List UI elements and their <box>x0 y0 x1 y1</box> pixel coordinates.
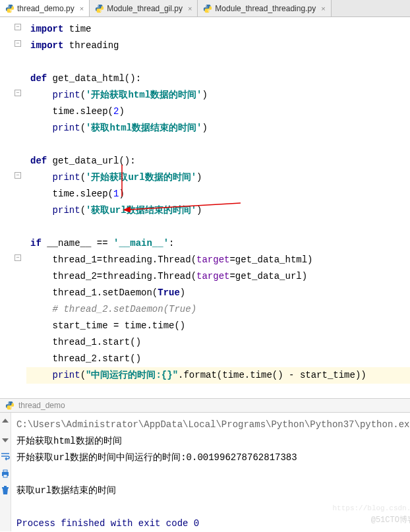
console-line <box>16 466 410 483</box>
code-line[interactable]: print('获取html数据结束的时间') <box>26 120 410 136</box>
scroll-up-icon[interactable] <box>0 417 11 427</box>
tab-thread-demo[interactable]: thread_demo.py × <box>0 0 90 16</box>
console-line: C:\Users\Administrator\AppData\Local\Pro… <box>16 417 410 433</box>
code-line[interactable]: print('获取url数据结束的时间') <box>26 202 410 219</box>
close-icon[interactable]: × <box>321 5 325 13</box>
soft-wrap-icon[interactable] <box>0 451 11 461</box>
svg-point-4 <box>206 5 207 6</box>
code-line[interactable]: start_time = time.time() <box>26 318 410 334</box>
tab-module-threading[interactable]: Module_thread_threading.py × <box>198 0 331 16</box>
svg-point-3 <box>100 11 101 11</box>
python-file-icon <box>5 4 15 13</box>
code-line[interactable]: thread_1.setDaemon(True) <box>26 285 410 301</box>
console-line: 开始获取html数据的时间 <box>16 433 410 450</box>
code-line[interactable]: import time <box>26 21 410 38</box>
console-line: Process finished with exit code 0 <box>16 516 410 532</box>
code-line[interactable]: import threading <box>26 38 410 54</box>
code-line[interactable]: thread_2=threading.Thread(target=get_dat… <box>26 268 410 285</box>
svg-point-1 <box>11 11 11 11</box>
code-line[interactable]: print("中间运行的时间:{}".format(time.time() - … <box>26 367 410 384</box>
svg-rect-12 <box>3 475 7 477</box>
code-line[interactable]: thread_1=threading.Thread(target=get_dat… <box>26 252 410 268</box>
tab-module-gil[interactable]: Module_thread_gil.py × <box>90 0 198 16</box>
tab-label: thread_demo.py <box>17 4 74 13</box>
tab-label: Module_thread_threading.py <box>215 4 316 13</box>
console-line <box>16 499 410 516</box>
code-editor[interactable]: − − − − − import time import threading d… <box>0 17 410 398</box>
run-tool-window: C:\Users\Administrator\AppData\Local\Pro… <box>0 413 410 531</box>
svg-point-0 <box>9 5 9 6</box>
breadcrumb-label: thread_demo <box>18 401 65 410</box>
editor-tabs: thread_demo.py × Module_thread_gil.py × … <box>0 0 410 17</box>
svg-point-9 <box>11 408 11 409</box>
code-line[interactable]: thread_1.start() <box>26 334 410 351</box>
python-file-icon <box>203 4 212 13</box>
fold-icon[interactable]: − <box>15 90 21 96</box>
scroll-down-icon[interactable] <box>0 434 11 444</box>
console-line: 开始获取url数据的时间中间运行的时间:0.001996278762817383 <box>16 450 410 466</box>
code-line[interactable]: # thread_2.setDaemon(True) <box>26 301 410 318</box>
fold-icon[interactable]: − <box>15 24 21 30</box>
svg-point-2 <box>98 5 99 6</box>
code-line[interactable]: time.sleep(2) <box>26 103 410 120</box>
trash-icon[interactable] <box>0 485 11 496</box>
close-icon[interactable]: × <box>188 5 192 13</box>
svg-point-8 <box>9 402 9 403</box>
code-line[interactable] <box>26 136 410 153</box>
fold-icon[interactable]: − <box>15 40 21 47</box>
fold-icon[interactable]: − <box>15 254 21 261</box>
fold-icon[interactable]: − <box>15 172 21 179</box>
code-line[interactable]: print('开始获取html数据的时间') <box>26 87 410 103</box>
close-icon[interactable]: × <box>80 5 84 13</box>
code-line[interactable] <box>26 219 410 235</box>
code-line[interactable]: time.sleep(1) <box>26 186 410 202</box>
code-line[interactable]: def get_data_url(): <box>26 153 410 169</box>
svg-rect-11 <box>3 470 7 472</box>
console-output[interactable]: C:\Users\Administrator\AppData\Local\Pro… <box>11 413 410 531</box>
code-line[interactable] <box>26 54 410 71</box>
svg-point-5 <box>208 11 209 11</box>
tab-label: Module_thread_gil.py <box>107 4 183 13</box>
code-line[interactable]: def get_data_html(): <box>26 71 410 87</box>
console-toolbar <box>0 413 11 531</box>
python-file-icon <box>95 4 104 13</box>
code-line[interactable]: print('开始获取url数据的时间') <box>26 169 410 186</box>
console-line: 获取url数据结束的时间 <box>16 483 410 499</box>
code-line[interactable]: if __name__ == '__main__': <box>26 235 410 252</box>
code-line[interactable]: thread_2.start() <box>26 351 410 367</box>
print-icon[interactable] <box>0 468 11 479</box>
breadcrumb: thread_demo <box>0 398 410 413</box>
python-file-icon <box>5 401 15 410</box>
